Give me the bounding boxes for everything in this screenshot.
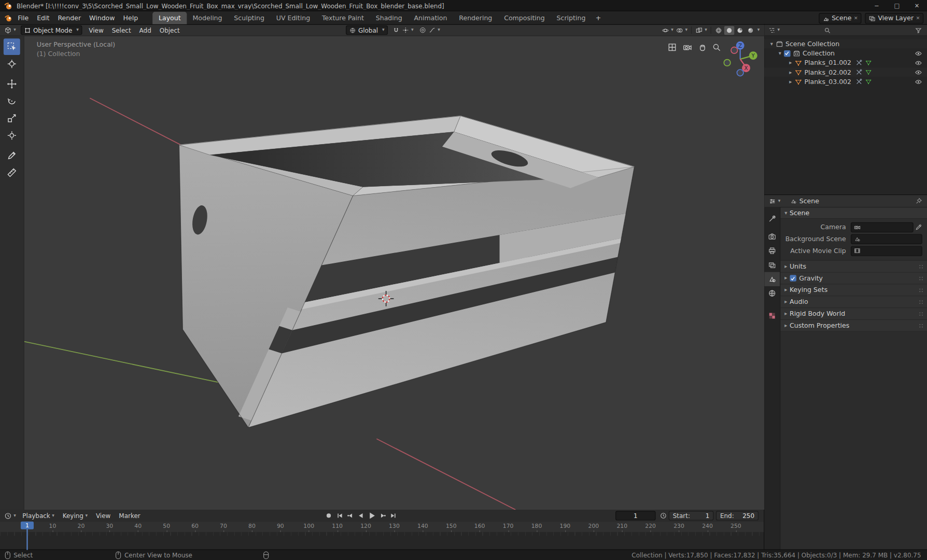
visibility-eye-icon[interactable] <box>915 59 922 66</box>
collection-checkbox[interactable] <box>784 50 791 57</box>
viewport-menu[interactable]: Add <box>135 26 156 34</box>
background-scene-field[interactable] <box>851 234 922 244</box>
toggle-xray-button[interactable]: ▾ <box>694 26 708 34</box>
window-titlebar[interactable]: Blender* [I:\!!!!conv_3\5\Scorched_Small… <box>0 0 927 11</box>
render-properties-tab[interactable] <box>764 229 780 243</box>
drag-dots-icon[interactable] <box>919 264 923 269</box>
scene-selector[interactable]: Scene ✕ <box>819 13 861 24</box>
tool-properties-tab[interactable] <box>764 212 780 226</box>
timeline-menu[interactable]: Marker▾ <box>115 512 144 520</box>
rendered-shading-button[interactable] <box>746 26 755 35</box>
jump-to-end-button[interactable] <box>388 512 399 520</box>
workspace-tab[interactable]: Layout <box>153 12 187 25</box>
collection-row[interactable]: ▾ Collection <box>764 49 927 58</box>
properties-section-header[interactable]: ▸ Gravity <box>780 273 927 285</box>
properties-section-header[interactable]: ▸ Custom Properties <box>780 320 927 332</box>
outliner-object-row[interactable]: ▸ Planks_01.002 <box>764 58 927 67</box>
search-icon[interactable] <box>824 26 832 34</box>
topbar-menu[interactable]: File <box>13 11 33 25</box>
snap-settings-dropdown[interactable]: ▾ <box>401 26 415 34</box>
wireframe-shading-button[interactable] <box>713 26 723 35</box>
frame-start-field[interactable]: Start:1 <box>669 511 714 520</box>
close-button[interactable]: ✕ <box>907 0 927 11</box>
output-properties-tab[interactable] <box>764 244 780 258</box>
texture-properties-tab[interactable] <box>764 309 780 323</box>
use-preview-range-button[interactable] <box>658 512 669 520</box>
topbar-menu[interactable]: Edit <box>33 11 53 25</box>
timeline-menu[interactable]: View▾ <box>92 512 115 520</box>
material-shading-button[interactable] <box>735 26 745 35</box>
properties-section-header[interactable]: ▸ Units <box>780 260 927 273</box>
annotate-tool[interactable] <box>4 147 20 164</box>
move-tool[interactable] <box>4 76 20 92</box>
timeline-track[interactable] <box>0 532 764 550</box>
visibility-eye-icon[interactable] <box>915 68 922 76</box>
frame-end-field[interactable]: End:250 <box>716 511 759 520</box>
workspace-tab[interactable]: UV Editing <box>270 12 316 25</box>
workspace-tab[interactable]: Scripting <box>551 12 592 25</box>
workspace-tab[interactable]: Compositing <box>498 12 551 25</box>
outliner-object-row[interactable]: ▸ Planks_03.002 <box>764 77 927 86</box>
rotate-tool[interactable] <box>4 93 20 109</box>
drag-dots-icon[interactable] <box>919 311 923 316</box>
properties-editor-type-button[interactable]: ▾ <box>764 197 782 205</box>
jump-to-start-button[interactable] <box>334 512 345 520</box>
gizmo-neg-x-handle[interactable] <box>731 47 738 54</box>
scene-properties-tab[interactable] <box>764 272 780 286</box>
timeline-menu[interactable]: Playback▾ <box>18 512 58 520</box>
viewport-menu[interactable]: Select <box>108 26 135 34</box>
editor-type-button[interactable]: ▾ <box>0 26 18 34</box>
select-box-tool[interactable] <box>4 38 20 55</box>
scene-unlink-icon[interactable]: ✕ <box>854 16 858 21</box>
playhead-frame-badge[interactable]: 1 <box>21 522 34 529</box>
solid-shading-button[interactable] <box>724 26 734 35</box>
pin-icon[interactable] <box>915 198 922 205</box>
gizmo-neg-z-handle[interactable] <box>737 69 743 76</box>
measure-tool[interactable] <box>4 164 20 181</box>
drag-dots-icon[interactable] <box>919 288 923 292</box>
timeline-menu[interactable]: Keying▾ <box>59 512 92 520</box>
snap-toggle-button[interactable] <box>391 26 401 34</box>
view-layer-properties-tab[interactable] <box>764 258 780 272</box>
drag-dots-icon[interactable] <box>919 323 923 328</box>
scene-collection-row[interactable]: ▾ Scene Collection <box>764 39 927 48</box>
maximize-button[interactable]: □ <box>887 0 907 11</box>
timeline-ruler[interactable]: 1020304050607080901001101201301401501601… <box>0 522 764 533</box>
current-frame-field[interactable]: 1 <box>615 511 656 520</box>
filter-icon[interactable] <box>915 26 922 34</box>
properties-section-header[interactable]: ▸ Keying Sets <box>780 285 927 297</box>
transform-orientation-dropdown[interactable]: Global ▾ <box>346 25 388 35</box>
gizmo-neg-y-handle[interactable] <box>724 60 731 66</box>
drag-dots-icon[interactable] <box>919 276 923 281</box>
section-checkbox[interactable] <box>790 275 796 282</box>
workspace-tab[interactable]: Sculpting <box>228 12 270 25</box>
visibility-eye-icon[interactable] <box>915 49 922 57</box>
eyedropper-icon[interactable] <box>915 223 922 231</box>
blender-menu-icon[interactable] <box>4 13 13 23</box>
prev-keyframe-button[interactable] <box>344 512 355 520</box>
autokey-record-button[interactable] <box>323 512 334 520</box>
timeline-editor-type-button[interactable]: ▾ <box>0 512 18 520</box>
workspace-tab[interactable]: Modeling <box>187 12 228 25</box>
outliner-object-row[interactable]: ▸ Planks_02.002 <box>764 67 927 77</box>
world-properties-tab[interactable] <box>764 286 780 300</box>
workspace-tab[interactable]: Animation <box>408 12 453 25</box>
properties-section-header[interactable]: ▸ Audio <box>780 296 927 308</box>
view-layer-unlink-icon[interactable]: ✕ <box>916 16 920 21</box>
shading-dropdown[interactable]: ▾ <box>757 28 760 33</box>
proportional-editing-button[interactable] <box>418 26 428 34</box>
viewport-menu[interactable]: View <box>85 26 107 34</box>
mode-dropdown[interactable]: Object Mode ▾ <box>21 25 82 35</box>
play-button[interactable] <box>366 511 377 520</box>
drag-dots-icon[interactable] <box>919 300 923 304</box>
workspace-tab[interactable]: Shading <box>370 12 408 25</box>
add-workspace-button[interactable]: + <box>592 11 605 24</box>
topbar-menu[interactable]: Window <box>85 11 119 25</box>
view-layer-selector[interactable]: View Layer ✕ <box>865 13 923 24</box>
proportional-falloff-dropdown[interactable]: ▾ <box>428 26 441 34</box>
scale-tool[interactable] <box>4 110 20 127</box>
active-movie-clip-field[interactable] <box>851 246 922 256</box>
workspace-tab[interactable]: Texture Paint <box>316 12 370 25</box>
play-reverse-button[interactable] <box>355 512 366 520</box>
minimize-button[interactable]: − <box>867 0 887 11</box>
